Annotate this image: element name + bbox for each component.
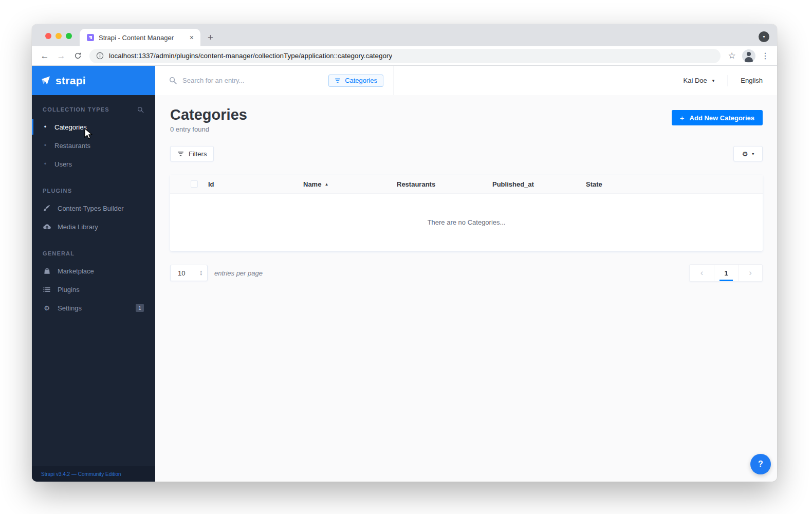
filter-icon (177, 151, 184, 157)
url-bar[interactable]: localhost:1337/admin/plugins/content-man… (89, 49, 721, 63)
stepper-icon: ▴ ▾ (200, 270, 202, 276)
sidebar-item-plugins[interactable]: Plugins (32, 280, 155, 299)
main-panel: Categories Kai Doe ▾ English Categories (155, 66, 777, 482)
column-header-name[interactable]: Name ▴ (303, 180, 397, 188)
strapi-favicon-icon (86, 33, 95, 42)
chevron-down-icon: ▾ (752, 152, 754, 156)
app-header: Categories Kai Doe ▾ English (155, 66, 777, 95)
language-selector[interactable]: English (741, 77, 763, 84)
table-body: There are no Categories... (170, 194, 763, 251)
list-icon (43, 286, 51, 293)
select-all-checkbox[interactable] (191, 180, 198, 188)
tab-title: Strapi - Content Manager (99, 34, 184, 42)
settings-badge: 1 (136, 304, 144, 312)
browser-toolbar: ← → localhost:1337/admin/plugins/content… (32, 46, 777, 66)
shopping-bag-icon (43, 267, 51, 274)
chevron-left-icon: ‹ (700, 268, 704, 278)
pager: ‹ 1 › (689, 264, 763, 282)
table-settings-button[interactable]: ⚙ ▾ (733, 146, 763, 161)
page-number-button[interactable]: 1 (714, 265, 738, 281)
header-right: Kai Doe ▾ English (394, 66, 777, 95)
entry-count: 0 entry found (170, 125, 247, 133)
previous-page-button[interactable]: ‹ (690, 265, 714, 281)
column-header-restaurants[interactable]: Restaurants (397, 180, 492, 188)
add-button-label: Add New Categories (690, 114, 754, 122)
brush-icon (43, 205, 51, 212)
browser-profile-avatar[interactable] (742, 49, 755, 63)
chevron-down-icon: ▾ (712, 78, 715, 83)
forward-icon[interactable]: → (53, 48, 69, 64)
bookmark-icon[interactable]: ☆ (725, 50, 739, 61)
browser-window: Strapi - Content Manager × + ▾ ← → local… (32, 24, 777, 482)
categories-table: Id Name ▴ Restaurants Published_at (170, 175, 763, 251)
per-page-select[interactable]: 10 ▴ ▾ (170, 265, 208, 281)
sort-asc-icon: ▴ (325, 182, 327, 187)
sidebar-item-users[interactable]: • Users (32, 155, 155, 173)
sidebar-item-categories[interactable]: • Categories (32, 118, 155, 136)
help-button[interactable]: ? (750, 454, 771, 474)
column-header-published-at[interactable]: Published_at (492, 180, 586, 188)
page-title: Categories (170, 106, 247, 123)
url-text: localhost:1337/admin/plugins/content-man… (109, 52, 392, 60)
user-menu[interactable]: Kai Doe ▾ (684, 77, 715, 84)
column-header-id[interactable]: Id (208, 180, 303, 188)
plus-icon: + (680, 114, 685, 122)
per-page-label: entries per page (214, 269, 263, 277)
close-window-button[interactable] (45, 33, 51, 39)
sidebar-item-label: Restaurants (54, 142, 90, 150)
sidebar-item-label: Settings (58, 304, 82, 312)
sidebar-nav: COLLECTION TYPES • Categories • Restaura… (32, 95, 155, 466)
sidebar-item-label: Media Library (58, 223, 98, 231)
zoom-window-button[interactable] (66, 33, 72, 39)
browser-tab[interactable]: Strapi - Content Manager × (80, 29, 200, 46)
sidebar-item-media-library[interactable]: Media Library (32, 217, 155, 236)
strapi-logo-icon (41, 76, 51, 86)
strapi-app: strapi COLLECTION TYPES • Categories (32, 66, 777, 482)
pagination-row: 10 ▴ ▾ entries per page ‹ (170, 264, 763, 282)
chevron-right-icon: › (749, 268, 752, 278)
next-page-button[interactable]: › (738, 265, 762, 281)
section-title: GENERAL (43, 250, 75, 256)
cloud-upload-icon (43, 223, 51, 231)
sidebar-item-settings[interactable]: ⚙ Settings 1 (32, 299, 155, 317)
sidebar-item-label: Marketplace (58, 267, 94, 275)
info-icon[interactable] (96, 52, 104, 60)
tab-close-icon[interactable]: × (188, 33, 195, 42)
controls-row: Filters ⚙ ▾ (170, 146, 763, 161)
new-tab-button[interactable]: + (200, 29, 220, 46)
sidebar-item-restaurants[interactable]: • Restaurants (32, 136, 155, 155)
section-title: COLLECTION TYPES (43, 106, 109, 113)
add-new-categories-button[interactable]: + Add New Categories (672, 110, 763, 125)
filter-icon (335, 78, 341, 83)
entry-search-bar[interactable]: Categories (155, 66, 394, 95)
gear-icon: ⚙ (742, 151, 748, 157)
bullet-icon: • (43, 161, 48, 167)
search-icon[interactable] (137, 106, 144, 113)
strapi-logo[interactable]: strapi (32, 66, 155, 95)
minimize-window-button[interactable] (56, 33, 62, 39)
gear-icon: ⚙ (43, 304, 51, 312)
browser-menu-icon[interactable]: ⋮ (759, 51, 772, 61)
window-controls (45, 33, 72, 39)
section-plugins: PLUGINS Content-Types Builder (32, 185, 155, 236)
bullet-icon: • (43, 124, 48, 130)
sidebar-item-marketplace[interactable]: Marketplace (32, 262, 155, 280)
filter-chip-categories[interactable]: Categories (328, 75, 383, 87)
reload-icon[interactable] (70, 48, 85, 64)
sidebar-item-label: Users (54, 160, 72, 168)
header-divider (727, 75, 728, 86)
browser-tab-strip: Strapi - Content Manager × + ▾ (32, 24, 777, 46)
sidebar-footer-version[interactable]: Strapi v3.4.2 — Community Edition (32, 466, 155, 482)
sidebar-item-content-types-builder[interactable]: Content-Types Builder (32, 199, 155, 217)
section-general: GENERAL Marketplace (32, 247, 155, 317)
back-icon[interactable]: ← (37, 48, 52, 64)
filters-button-label: Filters (189, 150, 207, 158)
per-page-value: 10 (178, 269, 185, 277)
tab-search-button[interactable]: ▾ (759, 31, 769, 42)
column-header-state[interactable]: State (586, 180, 763, 188)
sidebar-item-label: Content-Types Builder (58, 205, 124, 212)
title-row: Categories 0 entry found + Add New Categ… (170, 106, 763, 133)
search-input[interactable] (182, 77, 280, 84)
filters-button[interactable]: Filters (170, 146, 214, 161)
active-page-indicator (719, 280, 733, 281)
